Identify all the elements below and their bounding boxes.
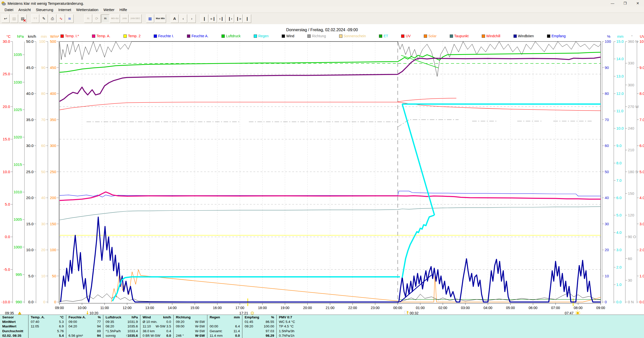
svg-text:12.0: 12.0 bbox=[616, 91, 624, 96]
row-label: Durchschnitt bbox=[0, 329, 28, 333]
legend-et[interactable]: ET bbox=[379, 34, 388, 38]
legend-windböen[interactable]: Windböen bbox=[513, 34, 534, 38]
svg-text:13.0: 13.0 bbox=[616, 74, 624, 78]
table-col-temp-a-: Temp. A.°C07:405.311:056.95.765.4 bbox=[28, 315, 66, 338]
svg-text:7.0: 7.0 bbox=[616, 178, 622, 182]
svg-text:80: 80 bbox=[605, 91, 609, 96]
legend-temp-[interactable]: Temp. 2 bbox=[123, 34, 141, 38]
table-row-labels: SensorMinWertMaxWertDurchschnitt02.02. 0… bbox=[0, 315, 28, 338]
legend-luftdruck[interactable]: Luftdruck bbox=[221, 34, 241, 38]
svg-text:1015: 1015 bbox=[14, 162, 22, 167]
table-cell: ^1.5hPa/h1033.4 bbox=[103, 329, 140, 333]
legend-temp-a-[interactable]: Temp. A. bbox=[92, 34, 110, 38]
svg-text:0: 0 bbox=[43, 300, 45, 304]
svg-text:100: 100 bbox=[39, 39, 45, 44]
svg-text:0.0: 0.0 bbox=[28, 300, 34, 304]
x-tick-label: 11:00 bbox=[100, 306, 109, 310]
table-cell: 04:2094 bbox=[66, 324, 103, 329]
legend-windchill[interactable]: Windchill bbox=[482, 34, 500, 38]
svg-text:120: 120 bbox=[628, 213, 634, 217]
table-cell: 09:351031.9 bbox=[103, 319, 140, 324]
series-luftdruck bbox=[59, 52, 601, 72]
svg-text:40.0: 40.0 bbox=[26, 91, 34, 96]
table-col-regen: Regenmm00:006.4Gesamt:11.411.4 mm0.0 bbox=[207, 315, 242, 338]
svg-text:5.0: 5.0 bbox=[616, 213, 622, 217]
table-cell: sonnig↑1035.6 bbox=[103, 333, 140, 338]
x-tick-label: 07:00 bbox=[551, 306, 560, 310]
legend-taupunkt[interactable]: Taupunkt bbox=[450, 34, 469, 38]
legend-color-swatch bbox=[450, 34, 453, 38]
axis-temp: °C30.025.020.015.010.05.00.0-5.0-10.0 bbox=[2, 34, 13, 304]
svg-text:5.0: 5.0 bbox=[5, 202, 10, 206]
svg-text:30: 30 bbox=[628, 278, 632, 282]
legend-color-swatch bbox=[123, 34, 127, 38]
svg-text:1035: 1035 bbox=[14, 52, 22, 57]
svg-text:20.0: 20.0 bbox=[26, 196, 34, 200]
table-cell: 09:20100.00 bbox=[242, 324, 276, 329]
svg-text:9.0: 9.0 bbox=[616, 143, 622, 148]
legend-feuchte-a-[interactable]: Feuchte A. bbox=[187, 34, 208, 38]
svg-text:0.0: 0.0 bbox=[5, 235, 10, 239]
svg-text:60: 60 bbox=[605, 143, 609, 148]
svg-text:60: 60 bbox=[628, 256, 632, 261]
svg-text:70: 70 bbox=[41, 118, 45, 122]
svg-text:150: 150 bbox=[628, 191, 634, 196]
svg-text:1.0: 1.0 bbox=[616, 282, 622, 287]
svg-text:270 W: 270 W bbox=[628, 104, 639, 109]
svg-text:mm: mm bbox=[617, 34, 624, 39]
svg-text:50: 50 bbox=[41, 170, 45, 174]
svg-text:300: 300 bbox=[628, 83, 634, 87]
svg-text:%: % bbox=[607, 34, 610, 39]
svg-text:2.0: 2.0 bbox=[616, 265, 622, 269]
svg-text:20.0: 20.0 bbox=[3, 104, 10, 109]
svg-text:50.0: 50.0 bbox=[26, 39, 34, 44]
svg-text:70: 70 bbox=[605, 118, 609, 122]
table-cell: 38.0 km0.4 bbox=[140, 329, 173, 333]
legend-temp-i-[interactable]: Temp. I.* bbox=[60, 34, 79, 38]
svg-text:90: 90 bbox=[605, 65, 609, 70]
svg-text:8.0: 8.0 bbox=[616, 161, 622, 165]
x-tick-label: 10:00 bbox=[78, 306, 86, 310]
legend-sonnenschein[interactable]: Sonnenschein bbox=[339, 34, 366, 38]
x-tick-label: 04:00 bbox=[484, 306, 492, 310]
x-tick-label: 16:00 bbox=[213, 306, 222, 310]
legend-uv[interactable]: UV bbox=[401, 34, 410, 38]
row-label: Sensor bbox=[0, 315, 28, 319]
svg-text:150: 150 bbox=[50, 222, 56, 226]
legend-color-swatch bbox=[424, 34, 427, 38]
svg-text:25.0: 25.0 bbox=[26, 170, 34, 174]
svg-text:UV-I: UV-I bbox=[640, 34, 644, 39]
legend-color-swatch bbox=[92, 34, 95, 38]
svg-text:5.0: 5.0 bbox=[639, 170, 644, 174]
legend-color-swatch bbox=[401, 34, 404, 38]
row-label: 02.02. 08:35 bbox=[0, 333, 28, 338]
svg-text:450: 450 bbox=[50, 65, 56, 70]
legend-richtung[interactable]: Richtung bbox=[307, 34, 326, 38]
legend-wind[interactable]: Wind bbox=[282, 34, 294, 38]
svg-text:-10.0: -10.0 bbox=[2, 300, 10, 304]
svg-text:°: ° bbox=[631, 34, 633, 39]
legend-feuchte-i-[interactable]: Feuchte I. bbox=[154, 34, 174, 38]
table-col-luftdruck: LuftdruckhPa09:351031.908:201035.6^1.5hP… bbox=[103, 315, 140, 338]
series-temp-i-branch bbox=[398, 98, 457, 102]
svg-text:°C: °C bbox=[7, 34, 11, 39]
table-col-feuchte-a-: Feuchte A.%09:007704:2094896.56 g/m³94 bbox=[66, 315, 103, 338]
svg-text:350: 350 bbox=[50, 118, 56, 122]
svg-text:min: min bbox=[41, 34, 47, 39]
svg-text:5.0: 5.0 bbox=[28, 274, 34, 278]
svg-text:1.0: 1.0 bbox=[639, 274, 644, 278]
table-cell: W-SW bbox=[174, 329, 207, 333]
svg-text:20: 20 bbox=[605, 248, 609, 252]
axis-kmh: km/h50.045.040.035.030.025.020.015.010.0… bbox=[26, 34, 36, 304]
legend-color-swatch bbox=[379, 34, 382, 38]
legend-solar[interactable]: Solar bbox=[424, 34, 437, 38]
legend-empfang[interactable]: Empfang bbox=[547, 34, 566, 38]
series-solar bbox=[111, 270, 601, 302]
svg-text:km/h: km/h bbox=[28, 34, 36, 39]
table-cell: 5.76 bbox=[28, 329, 66, 333]
legend-regen[interactable]: Regen bbox=[254, 34, 269, 38]
table-cell: TP 4.5 °C bbox=[277, 324, 319, 329]
legend-color-swatch bbox=[60, 34, 64, 38]
legend-color-swatch bbox=[187, 34, 190, 38]
x-tick-label: 00:00 bbox=[393, 306, 402, 310]
